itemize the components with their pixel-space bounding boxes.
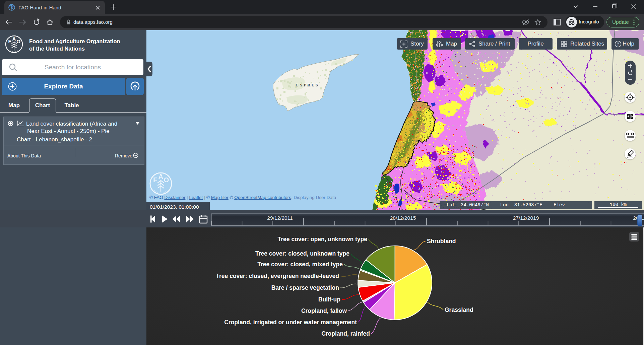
svg-text:F: F bbox=[8, 39, 11, 44]
svg-text:?: ? bbox=[617, 42, 619, 47]
svg-text:Tree cover: closed, evergreen: Tree cover: closed, evergreen needle-lea… bbox=[216, 273, 339, 279]
svg-text:Shrubland: Shrubland bbox=[427, 238, 456, 245]
svg-text:28/12/2015: 28/12/2015 bbox=[390, 215, 416, 221]
svg-text:Tree cover: open, unknown type: Tree cover: open, unknown type bbox=[278, 236, 368, 243]
svg-text:Bare / sparse vegetation: Bare / sparse vegetation bbox=[271, 284, 339, 291]
svg-text:A: A bbox=[158, 173, 163, 180]
svg-text:F: F bbox=[153, 176, 157, 184]
svg-text:O: O bbox=[164, 176, 169, 184]
svg-text:Cropland, irrigated or under w: Cropland, irrigated or under water manag… bbox=[224, 319, 357, 326]
svg-text:CYPRUS: CYPRUS bbox=[296, 83, 319, 87]
svg-text:Tree cover: closed, unknown ty: Tree cover: closed, unknown type bbox=[255, 250, 349, 257]
svg-text:Tree cover: closed, mixed type: Tree cover: closed, mixed type bbox=[257, 261, 343, 268]
svg-text:O: O bbox=[16, 39, 20, 44]
svg-text:29/12/2011: 29/12/2011 bbox=[267, 215, 293, 221]
svg-text:A: A bbox=[12, 36, 16, 42]
svg-text:Grassland: Grassland bbox=[445, 306, 473, 313]
svg-text:27/12/2019: 27/12/2019 bbox=[513, 215, 539, 221]
svg-text:Cropland, rainfed: Cropland, rainfed bbox=[321, 330, 370, 337]
svg-text:Built-up: Built-up bbox=[318, 296, 340, 303]
svg-text:Cropland, fallow: Cropland, fallow bbox=[301, 307, 347, 314]
